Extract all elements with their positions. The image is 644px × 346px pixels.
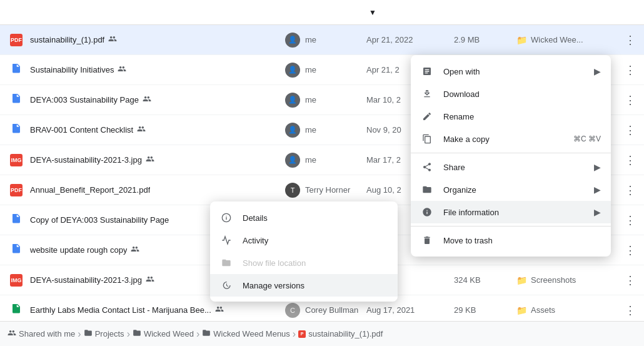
- owner-name: me: [305, 95, 316, 104]
- menu-item-manage-versions[interactable]: Manage versions: [210, 274, 398, 297]
- more-options-button[interactable]: ⋮: [621, 91, 639, 109]
- share-icon: [421, 161, 433, 173]
- breadcrumb: Shared with me › Projects › Wicked Weed …: [0, 321, 644, 346]
- menu-item-details[interactable]: Details: [210, 206, 398, 229]
- owner-cell: 👤 me: [285, 153, 366, 168]
- file-name: Earthly Labs Media Contact List - Mariju…: [30, 305, 211, 315]
- avatar: T: [285, 183, 300, 198]
- more-options-button[interactable]: ⋮: [621, 211, 639, 229]
- owner-cell: T Terry Horner: [285, 183, 366, 198]
- folder-icon: [220, 257, 233, 269]
- breadcrumb-label: Wicked Weed Menus: [213, 329, 290, 338]
- menu-item-rename[interactable]: Rename: [411, 105, 611, 128]
- owner-name: Corey Bullman: [305, 305, 358, 315]
- menu-item-label: Share: [443, 163, 594, 172]
- more-options-button[interactable]: ⋮: [621, 61, 639, 79]
- menu-item-label: Show file location: [243, 258, 388, 268]
- owner-name: me: [305, 65, 316, 74]
- folder-icon: [84, 328, 93, 339]
- menu-item-label: File information: [443, 208, 594, 217]
- modified-cell: Apr 21, 2022: [366, 35, 454, 44]
- folder-icon: 📁: [516, 305, 527, 315]
- submenu-arrow-icon: ▶: [594, 66, 601, 76]
- avatar: 👤: [285, 33, 300, 48]
- more-options-button[interactable]: ⋮: [621, 31, 639, 49]
- shared-icon: [131, 245, 139, 255]
- context-menu-right[interactable]: Open with ▶ Download Rename Make a copy …: [411, 55, 611, 257]
- shared-icon: [137, 125, 146, 135]
- img-icon: IMG: [10, 274, 23, 287]
- owner-cell: 👤 me: [285, 33, 366, 48]
- file-name-cell: BRAV-001 Content Checklist: [10, 124, 285, 136]
- file-type-icon: [10, 94, 23, 106]
- breadcrumb-item-file[interactable]: P sustainability_(1).pdf: [298, 329, 383, 338]
- menu-divider: [411, 226, 611, 226]
- doc-icon: [11, 124, 22, 136]
- file-name: BRAV-001 Content Checklist: [30, 125, 133, 135]
- more-options-button[interactable]: ⋮: [621, 242, 639, 259]
- menu-item-label: Details: [243, 213, 388, 223]
- file-type-icon: [10, 124, 23, 136]
- context-menu-left[interactable]: Details Activity Show file location Mana…: [210, 201, 398, 302]
- file-type-icon: [10, 304, 23, 317]
- rename-icon: [421, 110, 433, 123]
- folder-icon: 📁: [516, 275, 527, 285]
- shared-icon: [118, 64, 126, 75]
- menu-item-activity[interactable]: Activity: [210, 229, 398, 252]
- pdf-icon: PDF: [10, 34, 23, 46]
- breadcrumb-separator: ›: [293, 328, 296, 340]
- breadcrumb-item-wicked-weed-menus[interactable]: Wicked Weed Menus: [202, 328, 290, 339]
- menu-item-make-copy[interactable]: Make a copy ⌘C ⌘V: [411, 128, 611, 150]
- file-name-cell: Sustainability Initiatives: [10, 64, 285, 76]
- people-icon: [8, 328, 16, 339]
- location-cell: 📁 Wicked Wee...: [516, 35, 634, 45]
- breadcrumb-label: Projects: [95, 329, 124, 338]
- sort-arrow-icon: ▼: [369, 8, 376, 17]
- pdf-icon: P: [298, 330, 306, 338]
- more-options-button[interactable]: ⋮: [621, 302, 639, 319]
- shared-icon: [146, 275, 154, 285]
- menu-item-open-with[interactable]: Open with ▶: [411, 60, 611, 83]
- sheet-icon: [11, 304, 22, 317]
- file-type-icon: [10, 244, 23, 257]
- menu-item-download[interactable]: Download: [411, 83, 611, 105]
- modified-cell: Aug 17, 2021: [366, 305, 454, 315]
- versions-icon: [220, 279, 233, 292]
- menu-divider: [411, 153, 611, 153]
- breadcrumb-label: Shared with me: [19, 329, 75, 338]
- owner-cell: 👤 me: [285, 93, 366, 108]
- table-row[interactable]: PDF sustainability_(1).pdf 👤 me Apr 21, …: [0, 25, 644, 55]
- menu-item-label: Manage versions: [243, 281, 388, 290]
- location-name: Assets: [531, 305, 555, 315]
- breadcrumb-item-wicked-weed[interactable]: Wicked Weed: [133, 328, 194, 339]
- shared-icon: [215, 305, 224, 315]
- file-type-icon: IMG: [10, 274, 23, 287]
- breadcrumb-item-projects[interactable]: Projects: [84, 328, 124, 339]
- file-name: DEYA-sustainability-2021-3.jpg: [30, 155, 142, 165]
- breadcrumb-item-shared[interactable]: Shared with me: [8, 328, 75, 339]
- menu-item-label: Make a copy: [443, 135, 573, 144]
- col-modified-header[interactable]: ▼: [366, 8, 454, 17]
- more-options-button[interactable]: ⋮: [621, 181, 639, 199]
- doc-icon: [11, 214, 22, 226]
- menu-item-shortcut: ⌘C ⌘V: [573, 135, 601, 143]
- download-icon: [421, 88, 433, 100]
- breadcrumb-separator: ›: [196, 328, 199, 340]
- menu-item-trash[interactable]: Move to trash: [411, 229, 611, 252]
- folder-icon: [202, 328, 211, 339]
- more-options-button[interactable]: ⋮: [621, 121, 639, 139]
- menu-item-file-info[interactable]: File information ▶: [411, 201, 611, 223]
- submenu-arrow-icon: ▶: [594, 162, 601, 172]
- location-cell: 📁 Screenshots: [516, 275, 634, 285]
- location-name: Screenshots: [531, 275, 576, 285]
- doc-icon: [11, 244, 22, 257]
- info-icon: [220, 211, 233, 224]
- avatar: 👤: [285, 123, 300, 138]
- more-options-button[interactable]: ⋮: [621, 151, 639, 169]
- file-name: Sustainability Initiatives: [30, 65, 114, 74]
- menu-item-organize[interactable]: Organize ▶: [411, 178, 611, 201]
- location-name: Wicked Wee...: [531, 35, 583, 44]
- more-options-button[interactable]: ⋮: [621, 272, 639, 289]
- activity-icon: [220, 234, 233, 247]
- menu-item-share[interactable]: Share ▶: [411, 156, 611, 178]
